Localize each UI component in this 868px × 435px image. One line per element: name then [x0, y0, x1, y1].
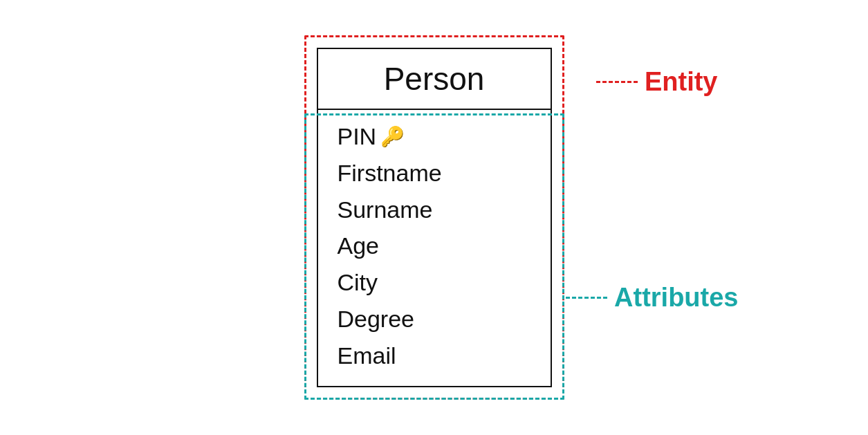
attribute-degree: Degree [338, 301, 537, 337]
age-label: Age [338, 228, 380, 264]
attributes-section: PIN 🔑 Firstname Surname Age City Degree [318, 110, 551, 386]
firstname-label: Firstname [338, 155, 442, 192]
attributes-label: Attributes [614, 283, 738, 313]
pin-label: PIN [338, 118, 377, 155]
email-label: Email [338, 337, 396, 374]
attribute-email: Email [338, 337, 537, 374]
attributes-label-wrapper: Attributes [566, 283, 738, 313]
key-icon: 🔑 [380, 122, 405, 151]
entity-name-section: Person [318, 49, 551, 111]
surname-label: Surname [338, 192, 433, 228]
entity-line [596, 81, 638, 83]
entity-label-wrapper: Entity [596, 67, 718, 97]
city-label: City [338, 264, 378, 301]
attribute-city: City [338, 264, 537, 301]
entity-card: Person PIN 🔑 Firstname Surname Age C [317, 48, 552, 387]
degree-label: Degree [338, 301, 415, 337]
entity-label: Entity [645, 67, 718, 97]
entity-wrapper: Person PIN 🔑 Firstname Surname Age C [317, 48, 552, 387]
diagram-container: Person PIN 🔑 Firstname Surname Age C [317, 48, 552, 387]
attribute-pin: PIN 🔑 [338, 118, 537, 155]
attributes-line [566, 297, 607, 299]
attribute-surname: Surname [338, 192, 537, 228]
attribute-age: Age [338, 228, 537, 264]
attribute-firstname: Firstname [338, 155, 537, 192]
entity-name: Person [384, 61, 485, 97]
